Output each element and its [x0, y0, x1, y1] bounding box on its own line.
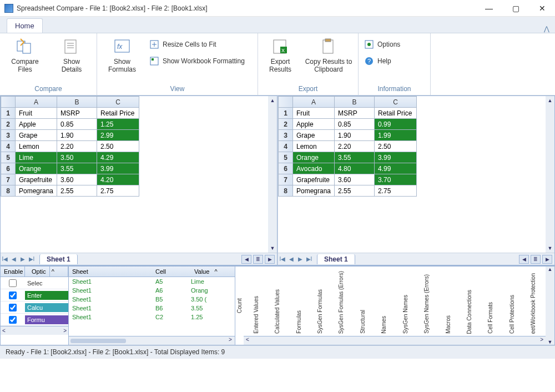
cell[interactable]: 0.85: [57, 119, 97, 130]
cell[interactable]: 3.50: [57, 152, 97, 163]
cell[interactable]: 4.99: [375, 163, 417, 174]
cell[interactable]: 2.20: [335, 141, 375, 152]
help-button[interactable]: ?Help: [364, 56, 400, 66]
collapse-ribbon-icon[interactable]: ⋀: [544, 25, 549, 33]
copy-clipboard-button[interactable]: Copy Results to Clipboard: [305, 36, 352, 84]
cell[interactable]: Orange: [16, 163, 57, 174]
cell[interactable]: 3.99: [375, 152, 417, 163]
results-hscroll[interactable]: >: [69, 336, 235, 345]
row-header[interactable]: 5: [279, 152, 293, 163]
chart-vscroll[interactable]: ▲▼: [546, 267, 554, 345]
export-results-button[interactable]: X Export Results: [264, 36, 297, 84]
cell[interactable]: 2.20: [57, 141, 97, 152]
options-button[interactable]: Options: [364, 39, 400, 49]
corner-cell[interactable]: [1, 97, 16, 108]
cell[interactable]: Orange: [293, 152, 335, 163]
cell[interactable]: Grape: [293, 130, 335, 141]
cell[interactable]: 1.25: [97, 119, 139, 130]
result-row[interactable]: Sheet1B53.50 (: [69, 295, 235, 304]
col-header-A[interactable]: A: [293, 97, 335, 108]
cell[interactable]: Lemon: [16, 141, 57, 152]
col-header-A[interactable]: A: [16, 97, 57, 108]
cell[interactable]: 0.85: [335, 119, 375, 130]
next-sheet-button[interactable]: ▶: [296, 256, 305, 262]
minimize-button[interactable]: —: [481, 3, 497, 14]
scroll-grip-icon[interactable]: ≣: [531, 255, 541, 264]
option-row[interactable]: Calcu: [1, 301, 68, 314]
tab-home[interactable]: Home: [7, 18, 43, 33]
cell[interactable]: 2.55: [57, 185, 97, 197]
row-header[interactable]: 7: [1, 174, 16, 185]
row-header[interactable]: 6: [279, 163, 293, 174]
result-row[interactable]: Sheet1A5Lime: [69, 277, 235, 286]
cell[interactable]: 2.50: [375, 141, 417, 152]
col-option[interactable]: Optic ^: [25, 267, 68, 277]
last-sheet-button[interactable]: ▶I: [305, 256, 314, 262]
cell[interactable]: 3.55: [335, 152, 375, 163]
vscroll-file2[interactable]: ▲▼: [546, 96, 554, 253]
first-sheet-button[interactable]: I◀: [278, 256, 287, 262]
cell[interactable]: Lime: [16, 152, 57, 163]
scroll-left-icon[interactable]: ◀: [519, 255, 529, 264]
maximize-button[interactable]: ▢: [507, 3, 524, 14]
cell[interactable]: 3.60: [335, 174, 375, 185]
cell[interactable]: 3.55: [57, 163, 97, 174]
cell[interactable]: 0.99: [375, 119, 417, 130]
result-row[interactable]: Sheet1C21.25: [69, 313, 235, 321]
option-checkbox[interactable]: [1, 316, 25, 324]
col-value[interactable]: Value ^: [188, 267, 221, 277]
chart-hscroll[interactable]: <>: [244, 336, 546, 345]
cell[interactable]: Grapefruite: [16, 174, 57, 185]
option-row[interactable]: Formu: [1, 314, 68, 326]
sheet-tab[interactable]: Sheet 1: [39, 254, 78, 264]
prev-sheet-button[interactable]: ◀: [9, 256, 18, 262]
row-header[interactable]: 8: [1, 185, 16, 197]
cell[interactable]: 1.90: [335, 130, 375, 141]
col-enable[interactable]: Enable: [1, 267, 25, 277]
row-header[interactable]: 4: [279, 141, 293, 152]
cell[interactable]: Pomegrana: [293, 185, 335, 197]
cell[interactable]: 2.99: [97, 130, 139, 141]
cell[interactable]: Fruit: [16, 108, 57, 119]
resize-cells-button[interactable]: Resize Cells to Fit: [149, 39, 245, 49]
options-hscroll[interactable]: <>: [1, 326, 68, 335]
cell[interactable]: Avocado: [293, 163, 335, 174]
cell[interactable]: Fruit: [293, 108, 335, 119]
cell[interactable]: MSRP: [57, 108, 97, 119]
option-checkbox[interactable]: [1, 304, 25, 311]
cell[interactable]: 3.60: [57, 174, 97, 185]
prev-sheet-button[interactable]: ◀: [287, 256, 296, 262]
corner-cell[interactable]: [279, 97, 293, 108]
result-row[interactable]: Sheet1A6Orang: [69, 286, 235, 295]
cell[interactable]: Grape: [16, 130, 57, 141]
col-header-B[interactable]: B: [57, 97, 97, 108]
row-header[interactable]: 7: [279, 174, 293, 185]
result-row[interactable]: Sheet1B63.55: [69, 304, 235, 313]
cell[interactable]: Pomegrana: [16, 185, 57, 197]
first-sheet-button[interactable]: I◀: [1, 256, 9, 262]
cell[interactable]: 3.99: [97, 163, 139, 174]
cell[interactable]: 4.29: [97, 152, 139, 163]
row-header[interactable]: 1: [1, 108, 16, 119]
grid-file2[interactable]: ABC1FruitMSRPRetail Price2Apple0.850.993…: [278, 96, 554, 253]
option-checkbox[interactable]: [1, 279, 25, 287]
cell[interactable]: 4.80: [335, 163, 375, 174]
vscroll-file1[interactable]: ▲▼: [268, 96, 277, 253]
cell[interactable]: Grapefruite: [293, 174, 335, 185]
cell[interactable]: 1.99: [375, 130, 417, 141]
sheet-tab[interactable]: Sheet 1: [317, 254, 355, 264]
cell[interactable]: 4.20: [97, 174, 139, 185]
row-header[interactable]: 5: [1, 152, 16, 163]
cell[interactable]: 1.90: [57, 130, 97, 141]
row-header[interactable]: 2: [1, 119, 16, 130]
cell[interactable]: 2.75: [375, 185, 417, 197]
cell[interactable]: Retail Price: [375, 108, 417, 119]
compare-files-button[interactable]: Compare Files: [6, 36, 44, 84]
scroll-left-icon[interactable]: ◀: [241, 255, 251, 264]
row-header[interactable]: 3: [1, 130, 16, 141]
col-sheet[interactable]: Sheet: [69, 267, 152, 277]
col-cell[interactable]: Cell: [152, 267, 188, 277]
cell[interactable]: Lemon: [293, 141, 335, 152]
last-sheet-button[interactable]: ▶I: [27, 256, 36, 262]
cell[interactable]: 3.70: [375, 174, 417, 185]
